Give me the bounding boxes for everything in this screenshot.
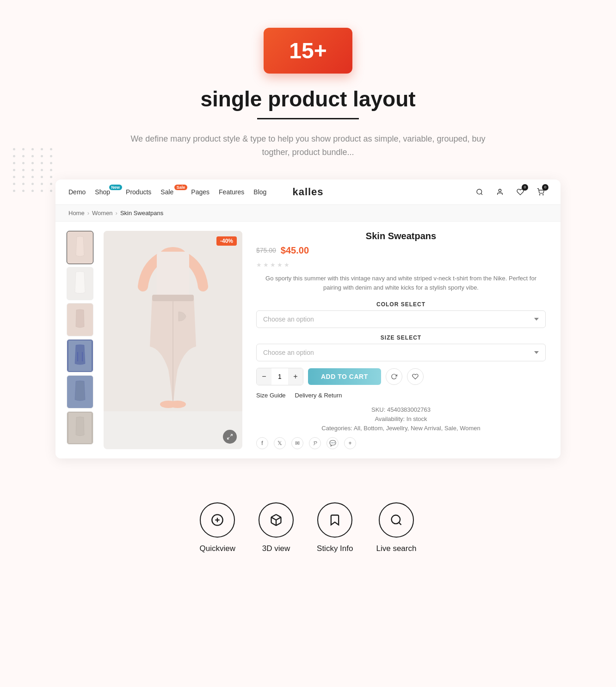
star-5: ★ [284, 261, 290, 268]
nav-demo[interactable]: Demo [68, 188, 86, 196]
svg-rect-15 [157, 252, 189, 298]
main-product-image: -40% [104, 231, 242, 450]
3d-view-label: 3D view [262, 544, 290, 553]
brand-logo: kalles [292, 186, 323, 198]
svg-line-26 [399, 523, 401, 525]
thumbnail-list [67, 231, 93, 450]
svg-point-3 [539, 194, 540, 195]
nav-products[interactable]: Products [126, 188, 151, 196]
hero-section: 15+ single product layout We define many… [0, 0, 616, 477]
refresh-button[interactable] [386, 368, 402, 385]
email-share[interactable]: ✉ [291, 437, 303, 449]
svg-point-4 [543, 194, 543, 195]
live-search-feature[interactable]: Live search [376, 502, 416, 553]
product-description: Go sporty this summer with this vintage … [256, 274, 546, 293]
twitter-share[interactable]: 𝕏 [274, 437, 286, 449]
svg-line-20 [228, 437, 229, 439]
quickview-feature[interactable]: Quickview [200, 502, 235, 553]
quantity-increase[interactable]: + [288, 368, 303, 385]
quantity-row: − + ADD TO CART [256, 368, 546, 385]
shop-badge: New [109, 185, 123, 190]
product-details: Skin Sweatpans $75.00 $45.00 ★ ★ ★ ★ ★ G… [253, 231, 549, 450]
svg-point-2 [499, 189, 501, 192]
star-2: ★ [263, 261, 269, 268]
quickview-icon [200, 502, 235, 538]
categories-row: Categories: All, Bottom, Jewellry, New A… [256, 425, 546, 432]
color-select[interactable]: Choose an option [256, 310, 546, 328]
breadcrumb-sep2: › [116, 210, 117, 217]
size-guide-link[interactable]: Size Guide [256, 392, 286, 399]
star-4: ★ [277, 261, 283, 268]
star-1: ★ [256, 261, 262, 268]
star-3: ★ [270, 261, 276, 268]
search-icon-btn[interactable] [473, 185, 487, 199]
svg-point-17 [169, 401, 186, 408]
add-to-cart-button[interactable]: ADD TO CART [308, 368, 381, 385]
nav-features[interactable]: Features [219, 188, 244, 196]
sticky-info-icon [317, 502, 352, 538]
price-new: $45.00 [281, 245, 309, 256]
svg-line-1 [481, 193, 482, 195]
3d-view-feature[interactable]: 3D view [259, 502, 294, 553]
live-search-label: Live search [376, 544, 416, 553]
breadcrumb-sep1: › [87, 210, 89, 217]
hero-underline [257, 118, 359, 119]
svg-rect-18 [152, 295, 194, 301]
nav-pages[interactable]: Pages [191, 188, 209, 196]
sale-badge: Sale [174, 185, 188, 190]
account-icon-btn[interactable] [493, 185, 507, 199]
wishlist-icon-btn[interactable]: 0 [513, 185, 527, 199]
product-links: Size Guide Delivery & Return [256, 392, 546, 399]
cart-count: 0 [542, 184, 548, 191]
delivery-return-link[interactable]: Delivery & Return [295, 392, 342, 399]
nav-icons: 0 0 [473, 185, 548, 199]
nav-links: Demo Shop New Products Sale Sale Pages F… [68, 188, 473, 196]
breadcrumb: Home › Women › Skin Sweatpans [55, 205, 561, 222]
expand-button[interactable] [223, 430, 237, 444]
thumbnail-3[interactable] [67, 303, 93, 336]
messenger-share[interactable]: 💬 [326, 437, 339, 449]
quantity-control: − + [256, 368, 303, 385]
thumbnail-6[interactable] [67, 411, 93, 445]
hero-description: We define many product style & type to h… [118, 132, 498, 159]
quantity-decrease[interactable]: − [257, 368, 271, 385]
product-illustration [104, 231, 242, 411]
sticky-info-feature[interactable]: Sticky Info [317, 502, 353, 553]
quickview-label: Quickview [200, 544, 235, 553]
sku-row: SKU: 4540383002763 [256, 406, 546, 413]
discount-badge: -40% [216, 236, 237, 246]
availability-row: Availability: In stock [256, 415, 546, 422]
breadcrumb-category[interactable]: Women [92, 210, 113, 217]
pinterest-share[interactable]: 𝓟 [309, 437, 321, 449]
wishlist-button[interactable] [407, 368, 424, 385]
nav-shop[interactable]: Shop New [95, 188, 117, 196]
sticky-info-label: Sticky Info [317, 544, 353, 553]
hero-title: single product layout [18, 87, 598, 111]
quantity-input[interactable] [271, 373, 288, 380]
nav-sale[interactable]: Sale Sale [160, 188, 182, 196]
thumbnail-5[interactable] [67, 375, 93, 408]
thumbnail-4[interactable] [67, 339, 93, 372]
wishlist-count: 0 [522, 184, 528, 191]
star-rating: ★ ★ ★ ★ ★ [256, 261, 546, 268]
hero-badge: 15+ [264, 28, 352, 74]
size-select[interactable]: Choose an option [256, 344, 546, 361]
facebook-share[interactable]: f [256, 437, 268, 449]
nav-blog[interactable]: Blog [253, 188, 266, 196]
price-row: $75.00 $45.00 [256, 245, 546, 256]
cart-icon-btn[interactable]: 0 [534, 185, 548, 199]
breadcrumb-home[interactable]: Home [68, 210, 85, 217]
thumbnail-2[interactable] [67, 267, 93, 300]
thumbnail-1[interactable] [67, 231, 93, 264]
color-select-label: COLOR SELECT [256, 301, 546, 308]
3d-view-icon [259, 502, 294, 538]
svg-point-0 [477, 189, 482, 194]
navbar: Demo Shop New Products Sale Sale Pages F… [55, 179, 561, 205]
product-mockup: Demo Shop New Products Sale Sale Pages F… [55, 179, 561, 459]
live-search-icon [379, 502, 414, 538]
features-section: Quickview 3D view Sticky Info Live searc… [0, 477, 616, 581]
social-share-row: f 𝕏 ✉ 𝓟 💬 + [256, 437, 546, 449]
product-area: -40% [55, 222, 561, 459]
svg-line-19 [230, 434, 232, 436]
more-share[interactable]: + [344, 437, 356, 449]
